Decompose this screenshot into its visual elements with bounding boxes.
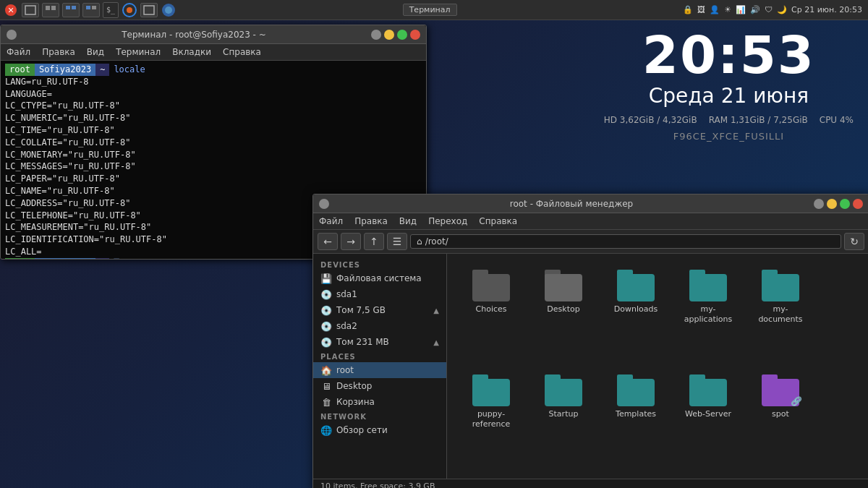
filesystem-label: Файловая система bbox=[336, 273, 422, 283]
clock-widget: 20:53 Среда 21 июня HD 3,62GiB / 4,32GiB… bbox=[604, 29, 854, 142]
clock-stats: HD 3,62GiB / 4,32GiB RAM 1,31GiB / 7,25G… bbox=[604, 115, 854, 125]
sidebar-item-sda2[interactable]: 💿 sda2 bbox=[313, 318, 446, 334]
fm-forward-btn[interactable]: → bbox=[341, 233, 361, 250]
fm-back-btn[interactable]: ← bbox=[318, 233, 338, 250]
tray-icon-3[interactable]: 👤 bbox=[710, 5, 720, 14]
terminal-win-controls bbox=[7, 30, 17, 40]
taskbar-icon-2[interactable] bbox=[161, 2, 176, 18]
sidebar-item-trash[interactable]: 🗑 Корзина bbox=[313, 394, 446, 410]
folder-choices[interactable]: Choices bbox=[459, 265, 524, 363]
sidebar-item-sda1[interactable]: 💿 sda1 bbox=[313, 286, 446, 302]
places-title: PLACES bbox=[313, 350, 446, 362]
sidebar-item-network[interactable]: 🌐 Обзор сети bbox=[313, 422, 446, 438]
terminal-min-btn[interactable] bbox=[384, 30, 394, 40]
tray-icon-2[interactable]: 🖼 bbox=[697, 5, 705, 14]
tray-icon-6[interactable]: 🔊 bbox=[750, 5, 760, 14]
vol231-eject[interactable]: ▲ bbox=[433, 338, 439, 346]
terminal-icon[interactable]: $_ bbox=[103, 2, 119, 18]
network-title: NETWORK bbox=[313, 410, 446, 422]
terminal-menu-help[interactable]: Справка bbox=[223, 46, 261, 59]
terminal-menu-edit[interactable]: Правка bbox=[42, 46, 75, 59]
terminal-close-btn[interactable] bbox=[410, 30, 420, 40]
terminal-menu-tabs[interactable]: Вкладки bbox=[172, 46, 211, 59]
sidebar-item-filesystem[interactable]: 💾 Файловая система bbox=[313, 270, 446, 286]
vol75-label: Том 7,5 GB bbox=[336, 305, 386, 315]
fm-up-btn[interactable] bbox=[814, 199, 824, 209]
browser-icon[interactable] bbox=[122, 2, 137, 18]
fm-menu-help[interactable]: Справка bbox=[479, 215, 517, 228]
tray-icon-7[interactable]: 🛡 bbox=[765, 5, 773, 14]
sidebar-item-root[interactable]: 🏠 root bbox=[313, 362, 446, 378]
terminal-prompt-line: root Sofiya2023 ~ locale bbox=[5, 64, 422, 76]
root-label: root bbox=[336, 365, 354, 375]
fm-menu-edit[interactable]: Правка bbox=[354, 215, 388, 228]
folder-puppyref[interactable]: puppy-reference bbox=[459, 370, 524, 468]
fm-reload-btn[interactable]: ↻ bbox=[844, 233, 864, 250]
folder-mydocs[interactable]: my-documents bbox=[748, 265, 813, 363]
fm-menu-file[interactable]: Файл bbox=[319, 215, 343, 228]
folder-choices-icon bbox=[472, 270, 510, 301]
taskbar-center: Терминал bbox=[403, 4, 457, 16]
taskbar-right: 🔒 🖼 👤 ☀ 📊 🔊 🛡 🌙 Ср 21 июн. 20:53 bbox=[683, 5, 868, 14]
fm-menu-view[interactable]: Вид bbox=[399, 215, 417, 228]
svg-point-13 bbox=[165, 7, 172, 14]
taskbar-icon-menu[interactable]: ✕ bbox=[3, 2, 19, 18]
folder-startup[interactable]: Startup bbox=[531, 370, 596, 468]
folder-mydocs-icon bbox=[762, 270, 799, 301]
term-line-2: LANGUAGE= bbox=[5, 88, 422, 100]
folder-downloads[interactable]: Downloads bbox=[603, 265, 668, 363]
tray-icon-8[interactable]: 🌙 bbox=[777, 5, 787, 14]
sda2-label: sda2 bbox=[336, 321, 357, 331]
taskbar-btn-5[interactable] bbox=[140, 3, 158, 17]
folder-templates[interactable]: Templates bbox=[603, 370, 668, 468]
fm-max-btn[interactable] bbox=[840, 199, 850, 209]
folder-choices-name: Choices bbox=[476, 304, 507, 314]
folder-webserver[interactable]: Web-Server bbox=[676, 370, 741, 468]
sidebar-item-vol231[interactable]: 💿 Том 231 MB ▲ bbox=[313, 334, 446, 350]
taskbar-btn-2[interactable] bbox=[42, 3, 59, 17]
terminal-up-btn[interactable] bbox=[371, 30, 381, 40]
prompt-root-2: root bbox=[5, 258, 35, 259]
sidebar-item-desktop[interactable]: 🖥 Desktop bbox=[313, 378, 446, 394]
fm-up-folder-btn[interactable]: ↑ bbox=[364, 233, 384, 250]
taskbar-btn-3[interactable] bbox=[62, 3, 80, 17]
vol231-label: Том 231 MB bbox=[336, 337, 389, 347]
taskbar-btn-1[interactable] bbox=[22, 3, 39, 17]
prompt-root: root bbox=[5, 64, 35, 76]
prompt-user: Sofiya2023 bbox=[35, 64, 95, 76]
folder-myapps[interactable]: my-applications bbox=[676, 265, 741, 363]
folder-mydocs-name: my-documents bbox=[752, 304, 809, 325]
sidebar-item-vol75[interactable]: 💿 Том 7,5 GB ▲ bbox=[313, 302, 446, 318]
terminal-menu-terminal[interactable]: Терминал bbox=[116, 46, 161, 59]
prompt-user-2: Sofiya2023 bbox=[35, 258, 95, 259]
vol75-eject[interactable]: ▲ bbox=[433, 307, 439, 314]
terminal-close-controls bbox=[371, 30, 420, 40]
taskbar-terminal-btn[interactable]: Терминал bbox=[403, 4, 457, 16]
svg-rect-5 bbox=[66, 6, 70, 9]
term-line-3: LC_CTYPE="ru_RU.UTF-8" bbox=[5, 100, 422, 112]
fm-min-btn[interactable] bbox=[827, 199, 837, 209]
fm-icon-controls bbox=[319, 199, 329, 209]
folder-spot[interactable]: 🔗 spot bbox=[748, 370, 813, 468]
folder-downloads-icon bbox=[617, 270, 655, 301]
terminal-menu-view[interactable]: Вид bbox=[87, 46, 104, 59]
terminal-menu-file[interactable]: Файл bbox=[7, 46, 30, 59]
tray-icon-4[interactable]: ☀ bbox=[724, 5, 731, 14]
clock-cpu: CPU 4% bbox=[820, 115, 854, 125]
fm-menu-go[interactable]: Переход bbox=[428, 215, 467, 228]
fm-toggle-sidebar-btn[interactable]: ☰ bbox=[387, 233, 407, 250]
svg-rect-2 bbox=[25, 6, 35, 14]
terminal-max-btn[interactable] bbox=[397, 30, 407, 40]
fm-close-btn[interactable] bbox=[853, 199, 863, 209]
fm-address-bar[interactable]: ⌂ /root/ bbox=[410, 234, 841, 249]
tray-icon-1[interactable]: 🔒 bbox=[683, 5, 693, 14]
svg-point-10 bbox=[127, 7, 132, 13]
folder-spot-name: spot bbox=[772, 409, 789, 419]
tray-icon-5[interactable]: 📊 bbox=[736, 5, 746, 14]
folder-desktop[interactable]: Desktop bbox=[531, 265, 596, 363]
root-home-icon: 🏠 bbox=[320, 364, 332, 376]
fm-status-text: 10 items, Free space: 3,9 GB bbox=[320, 481, 435, 488]
taskbar-btn-4[interactable] bbox=[82, 3, 100, 17]
fm-address-text: /root/ bbox=[425, 236, 448, 247]
fm-title: root - Файловый менеджер bbox=[329, 199, 814, 209]
